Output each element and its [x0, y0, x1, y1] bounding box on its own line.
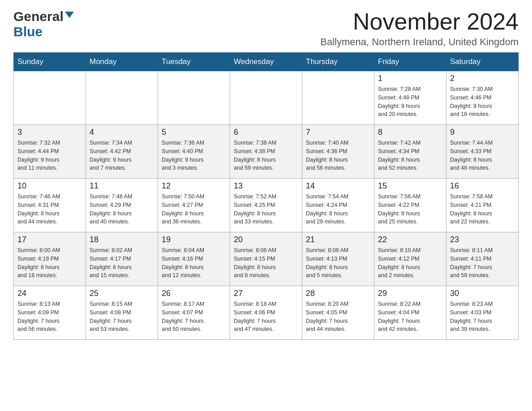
page-header: General Blue November 2024 Ballymena, No… — [13, 9, 519, 48]
calendar-day-cell: 3Sunrise: 7:32 AM Sunset: 4:44 PM Daylig… — [14, 125, 86, 179]
day-number: 18 — [90, 235, 154, 244]
calendar-day-cell: 1Sunrise: 7:28 AM Sunset: 4:48 PM Daylig… — [374, 71, 446, 125]
calendar-day-cell: 6Sunrise: 7:38 AM Sunset: 4:38 PM Daylig… — [230, 125, 302, 179]
svg-marker-0 — [65, 12, 74, 18]
month-title: November 2024 — [320, 9, 519, 34]
day-number: 14 — [306, 181, 370, 191]
day-number: 26 — [162, 289, 226, 298]
calendar-day-cell: 10Sunrise: 7:46 AM Sunset: 4:31 PM Dayli… — [14, 179, 86, 232]
day-number: 30 — [450, 289, 515, 298]
day-number: 12 — [162, 181, 226, 191]
day-number: 22 — [378, 235, 442, 244]
calendar-day-cell: 17Sunrise: 8:00 AM Sunset: 4:19 PM Dayli… — [14, 232, 86, 286]
day-number: 21 — [306, 235, 370, 244]
calendar-week-row: 3Sunrise: 7:32 AM Sunset: 4:44 PM Daylig… — [14, 125, 519, 179]
calendar-week-row: 17Sunrise: 8:00 AM Sunset: 4:19 PM Dayli… — [14, 232, 519, 286]
day-number: 7 — [306, 128, 370, 137]
day-info: Sunrise: 7:38 AM Sunset: 4:38 PM Dayligh… — [234, 139, 298, 172]
col-wednesday: Wednesday — [230, 53, 302, 71]
day-info: Sunrise: 8:22 AM Sunset: 4:04 PM Dayligh… — [378, 300, 442, 334]
day-info: Sunrise: 7:30 AM Sunset: 4:46 PM Dayligh… — [450, 85, 515, 119]
calendar-day-cell: 2Sunrise: 7:30 AM Sunset: 4:46 PM Daylig… — [446, 71, 519, 125]
day-number: 13 — [234, 181, 298, 191]
calendar-day-cell — [230, 71, 302, 125]
day-number: 4 — [90, 128, 154, 137]
day-number: 20 — [234, 235, 298, 244]
calendar-day-cell: 22Sunrise: 8:10 AM Sunset: 4:12 PM Dayli… — [374, 232, 446, 286]
calendar-day-cell: 23Sunrise: 8:11 AM Sunset: 4:11 PM Dayli… — [446, 232, 519, 286]
day-info: Sunrise: 8:17 AM Sunset: 4:07 PM Dayligh… — [162, 300, 226, 334]
day-number: 17 — [17, 235, 82, 244]
day-info: Sunrise: 8:20 AM Sunset: 4:05 PM Dayligh… — [306, 300, 370, 334]
day-number: 1 — [378, 74, 442, 83]
day-number: 9 — [450, 128, 515, 137]
calendar-day-cell: 24Sunrise: 8:13 AM Sunset: 4:09 PM Dayli… — [14, 286, 86, 340]
day-info: Sunrise: 8:15 AM Sunset: 4:08 PM Dayligh… — [90, 300, 154, 334]
day-number: 2 — [450, 74, 515, 83]
calendar-day-cell: 28Sunrise: 8:20 AM Sunset: 4:05 PM Dayli… — [302, 286, 374, 340]
day-number: 24 — [17, 289, 82, 298]
day-number: 28 — [306, 289, 370, 298]
day-info: Sunrise: 8:23 AM Sunset: 4:03 PM Dayligh… — [450, 300, 515, 334]
day-info: Sunrise: 7:48 AM Sunset: 4:29 PM Dayligh… — [90, 193, 154, 226]
calendar-day-cell: 27Sunrise: 8:18 AM Sunset: 4:06 PM Dayli… — [230, 286, 302, 340]
day-info: Sunrise: 8:00 AM Sunset: 4:19 PM Dayligh… — [17, 246, 82, 280]
logo: General Blue — [13, 9, 74, 39]
day-info: Sunrise: 7:46 AM Sunset: 4:31 PM Dayligh… — [17, 193, 82, 226]
calendar-day-cell: 21Sunrise: 8:08 AM Sunset: 4:13 PM Dayli… — [302, 232, 374, 286]
day-info: Sunrise: 8:18 AM Sunset: 4:06 PM Dayligh… — [234, 300, 298, 334]
day-info: Sunrise: 8:13 AM Sunset: 4:09 PM Dayligh… — [17, 300, 82, 334]
calendar-day-cell — [14, 71, 86, 125]
day-info: Sunrise: 7:32 AM Sunset: 4:44 PM Dayligh… — [17, 139, 82, 172]
day-number: 10 — [17, 181, 82, 191]
calendar-day-cell: 14Sunrise: 7:54 AM Sunset: 4:24 PM Dayli… — [302, 179, 374, 232]
calendar-day-cell: 26Sunrise: 8:17 AM Sunset: 4:07 PM Dayli… — [158, 286, 230, 340]
calendar-day-cell: 8Sunrise: 7:42 AM Sunset: 4:34 PM Daylig… — [374, 125, 446, 179]
logo-blue-text: Blue — [13, 24, 43, 39]
day-info: Sunrise: 7:52 AM Sunset: 4:25 PM Dayligh… — [234, 193, 298, 226]
day-number: 16 — [450, 181, 515, 191]
calendar-day-cell — [86, 71, 158, 125]
day-number: 15 — [378, 181, 442, 191]
col-monday: Monday — [86, 53, 158, 71]
day-number: 23 — [450, 235, 515, 244]
day-info: Sunrise: 7:34 AM Sunset: 4:42 PM Dayligh… — [90, 139, 154, 172]
calendar-day-cell: 7Sunrise: 7:40 AM Sunset: 4:36 PM Daylig… — [302, 125, 374, 179]
day-info: Sunrise: 8:04 AM Sunset: 4:16 PM Dayligh… — [162, 246, 226, 280]
calendar-header-row: Sunday Monday Tuesday Wednesday Thursday… — [14, 53, 519, 71]
calendar-day-cell: 18Sunrise: 8:02 AM Sunset: 4:17 PM Dayli… — [86, 232, 158, 286]
location-subtitle: Ballymena, Northern Ireland, United King… — [320, 36, 519, 48]
day-info: Sunrise: 8:08 AM Sunset: 4:13 PM Dayligh… — [306, 246, 370, 280]
day-info: Sunrise: 7:44 AM Sunset: 4:33 PM Dayligh… — [450, 139, 515, 172]
calendar-day-cell: 5Sunrise: 7:36 AM Sunset: 4:40 PM Daylig… — [158, 125, 230, 179]
calendar-day-cell: 9Sunrise: 7:44 AM Sunset: 4:33 PM Daylig… — [446, 125, 519, 179]
calendar-day-cell: 30Sunrise: 8:23 AM Sunset: 4:03 PM Dayli… — [446, 286, 519, 340]
col-sunday: Sunday — [14, 53, 86, 71]
calendar-table: Sunday Monday Tuesday Wednesday Thursday… — [13, 52, 519, 340]
logo-arrow-icon — [65, 10, 74, 21]
calendar-week-row: 1Sunrise: 7:28 AM Sunset: 4:48 PM Daylig… — [14, 71, 519, 125]
calendar-day-cell: 25Sunrise: 8:15 AM Sunset: 4:08 PM Dayli… — [86, 286, 158, 340]
day-number: 5 — [162, 128, 226, 137]
day-number: 11 — [90, 181, 154, 191]
col-tuesday: Tuesday — [158, 53, 230, 71]
day-info: Sunrise: 8:06 AM Sunset: 4:15 PM Dayligh… — [234, 246, 298, 280]
calendar-day-cell — [158, 71, 230, 125]
day-info: Sunrise: 7:54 AM Sunset: 4:24 PM Dayligh… — [306, 193, 370, 226]
day-info: Sunrise: 8:02 AM Sunset: 4:17 PM Dayligh… — [90, 246, 154, 280]
day-info: Sunrise: 7:36 AM Sunset: 4:40 PM Dayligh… — [162, 139, 226, 172]
day-number: 8 — [378, 128, 442, 137]
col-friday: Friday — [374, 53, 446, 71]
day-info: Sunrise: 8:10 AM Sunset: 4:12 PM Dayligh… — [378, 246, 442, 280]
calendar-day-cell: 19Sunrise: 8:04 AM Sunset: 4:16 PM Dayli… — [158, 232, 230, 286]
col-saturday: Saturday — [446, 53, 519, 71]
day-number: 19 — [162, 235, 226, 244]
day-number: 6 — [234, 128, 298, 137]
day-info: Sunrise: 7:58 AM Sunset: 4:21 PM Dayligh… — [450, 193, 515, 226]
day-info: Sunrise: 8:11 AM Sunset: 4:11 PM Dayligh… — [450, 246, 515, 280]
calendar-day-cell: 13Sunrise: 7:52 AM Sunset: 4:25 PM Dayli… — [230, 179, 302, 232]
title-section: November 2024 Ballymena, Northern Irelan… — [320, 9, 519, 48]
calendar-day-cell: 4Sunrise: 7:34 AM Sunset: 4:42 PM Daylig… — [86, 125, 158, 179]
calendar-day-cell: 29Sunrise: 8:22 AM Sunset: 4:04 PM Dayli… — [374, 286, 446, 340]
day-number: 27 — [234, 289, 298, 298]
